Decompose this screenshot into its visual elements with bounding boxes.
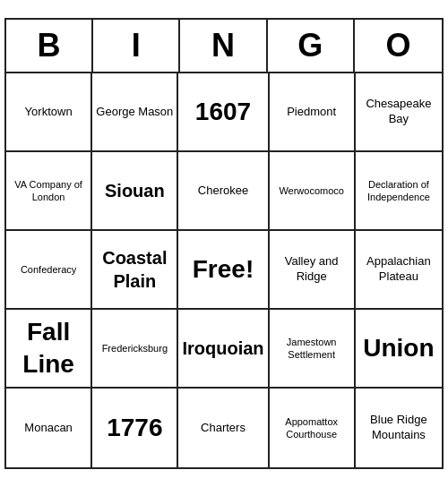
header-letter-g: G bbox=[268, 20, 355, 72]
bingo-cell-3: Piedmont bbox=[270, 73, 356, 152]
bingo-cell-6: Siouan bbox=[92, 152, 178, 231]
bingo-cell-14: Appalachian Plateau bbox=[356, 231, 442, 310]
bingo-cell-20: Monacan bbox=[6, 389, 92, 467]
header-letter-o: O bbox=[355, 20, 442, 72]
bingo-cell-7: Cherokee bbox=[178, 152, 269, 231]
bingo-cell-15: Fall Line bbox=[6, 310, 92, 389]
bingo-cell-13: Valley and Ridge bbox=[270, 231, 356, 310]
bingo-cell-16: Fredericksburg bbox=[92, 310, 178, 389]
bingo-card: BINGO YorktownGeorge Mason1607PiedmontCh… bbox=[4, 18, 444, 469]
bingo-header: BINGO bbox=[6, 20, 442, 73]
bingo-cell-17: Iroquoian bbox=[178, 310, 269, 389]
bingo-cell-0: Yorktown bbox=[6, 73, 92, 152]
header-letter-b: B bbox=[6, 20, 93, 72]
header-letter-i: I bbox=[93, 20, 180, 72]
bingo-cell-1: George Mason bbox=[92, 73, 178, 152]
bingo-cell-22: Charters bbox=[178, 389, 269, 467]
bingo-cell-2: 1607 bbox=[178, 73, 269, 152]
bingo-cell-10: Confederacy bbox=[6, 231, 92, 310]
header-letter-n: N bbox=[180, 20, 267, 72]
bingo-cell-23: Appomattox Courthouse bbox=[270, 389, 356, 467]
bingo-cell-8: Werwocomoco bbox=[270, 152, 356, 231]
bingo-cell-4: Chesapeake Bay bbox=[356, 73, 442, 152]
bingo-cell-19: Union bbox=[356, 310, 442, 389]
bingo-cell-21: 1776 bbox=[92, 389, 178, 467]
bingo-grid: YorktownGeorge Mason1607PiedmontChesapea… bbox=[6, 73, 442, 467]
bingo-cell-24: Blue Ridge Mountains bbox=[356, 389, 442, 467]
bingo-cell-5: VA Company of London bbox=[6, 152, 92, 231]
bingo-cell-18: Jamestown Settlement bbox=[270, 310, 356, 389]
bingo-cell-11: Coastal Plain bbox=[92, 231, 178, 310]
bingo-cell-9: Declaration of Independence bbox=[356, 152, 442, 231]
bingo-cell-12: Free! bbox=[178, 231, 269, 310]
